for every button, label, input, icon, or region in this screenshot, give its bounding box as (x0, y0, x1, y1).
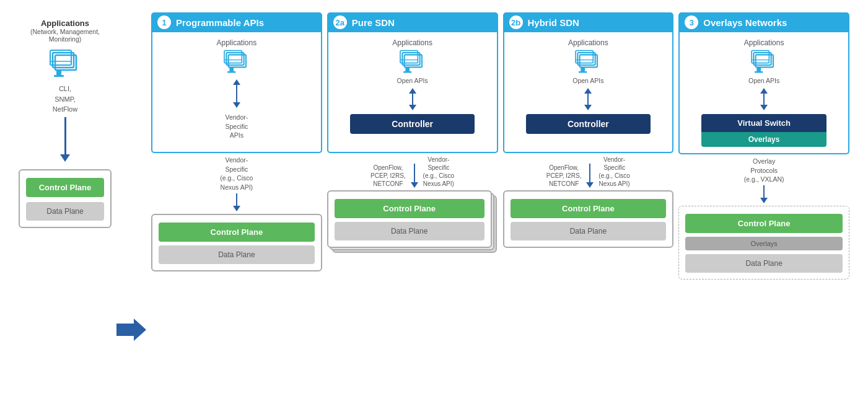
original-bottom-box: Control Plane Data Plane (19, 169, 112, 228)
col2a-data-plane: Data Plane (335, 222, 484, 240)
col-hybrid-sdn: 2b Hybrid SDN Applications Open APIs (503, 12, 674, 372)
col2b-app-icon (572, 50, 603, 74)
orig-control-plane: Control Plane (26, 178, 104, 197)
col2a-bottom-stacked: Control Plane Data Plane (327, 190, 492, 248)
col1-between-label: Vendor-Specific(e.g., CiscoNexus API) (220, 156, 253, 192)
col2b-top-section: Applications Open APIs Controller (503, 32, 674, 153)
col3-bottom-section: Control Plane Overlays Data Plane (678, 206, 849, 280)
col3-connector: OverlayProtocols(e.g., VXLAN) (678, 154, 849, 206)
cli-label: CLI,SNMP,NetFlow (53, 84, 77, 115)
col3-arrow (760, 88, 768, 110)
col3-header: 3 Overlays Networks (678, 12, 849, 32)
col2a-title: Pure SDN (352, 17, 395, 28)
col3-top-section: Applications Open APIs Virtua (678, 32, 849, 154)
col2a-open-apis-label: Open APIs (397, 77, 428, 84)
col2b-title: Hybrid SDN (528, 17, 579, 28)
col2b-open-apis-label: Open APIs (572, 77, 603, 84)
svg-rect-29 (756, 67, 761, 71)
original-column: Applications (Network, Management, Monit… (19, 12, 112, 372)
app-icon (46, 49, 84, 79)
svg-rect-4 (56, 70, 61, 75)
col2a-arrow (409, 88, 416, 110)
col1-data-plane: Data Plane (159, 245, 315, 264)
col2a-between-label-left: OpenFlow,PCEP, I2RS,NETCONF (370, 164, 406, 188)
col3-between-label: OverlayProtocols(e.g., VXLAN) (744, 157, 784, 184)
col2b-controller: Controller (526, 114, 651, 134)
col1-bottom-section: Control Plane Data Plane (151, 214, 322, 271)
col3-apps-label: Applications (744, 38, 784, 47)
col-overlays: 3 Overlays Networks Applications Open AP… (678, 12, 849, 372)
virtual-switch-container: Virtual Switch Overlays (701, 114, 826, 147)
col2a-bottom-front: Control Plane Data Plane (327, 190, 492, 248)
col2b-between-label-left: OpenFlow,PCEP, I2RS,NETCONF (546, 164, 582, 188)
big-right-arrow (116, 319, 146, 372)
col2b-data-plane: Data Plane (511, 222, 667, 240)
col2b-apps-label: Applications (568, 38, 608, 47)
svg-rect-5 (54, 75, 64, 77)
col3-open-apis-label: Open APIs (748, 77, 779, 84)
svg-rect-18 (403, 71, 411, 73)
col2a-controller: Controller (350, 114, 475, 134)
main-container: Applications (Network, Management, Monit… (0, 0, 868, 401)
col1-app-icon (221, 50, 252, 74)
col2b-between-label-right: Vendor-Specific(e.g., CiscoNexus API) (598, 156, 630, 188)
col3-number: 3 (685, 15, 698, 29)
col2a-number: 2a (333, 15, 347, 29)
col2a-apps-label: Applications (392, 38, 432, 47)
col1-number: 1 (157, 15, 171, 29)
svg-rect-12 (227, 71, 235, 73)
col-pure-sdn: 2a Pure SDN Applications Open APIs (327, 12, 498, 372)
col2b-arrow (584, 88, 592, 110)
svg-rect-23 (581, 67, 585, 71)
col3-app-icon (748, 50, 779, 74)
svg-rect-30 (755, 71, 763, 73)
apps-sublabel: (Network, Management, Monitoring) (19, 28, 112, 43)
col1-title: Programmable APIs (176, 17, 264, 28)
col2a-header: 2a Pure SDN (327, 12, 498, 32)
virtual-switch-label: Virtual Switch (701, 114, 826, 132)
col1-top-section: Applications Vendor-SpecificAPIs (151, 32, 322, 153)
col3-overlays-data: Overlays (685, 237, 843, 250)
col2a-control-plane: Control Plane (335, 199, 484, 218)
col2b-bottom-section: Control Plane Data Plane (503, 190, 674, 248)
svg-marker-6 (116, 319, 146, 341)
apps-label: Applications (41, 19, 89, 28)
col3-data-plane: Data Plane (685, 254, 843, 273)
svg-rect-24 (579, 71, 587, 73)
col1-api-label: Vendor-SpecificAPIs (225, 113, 248, 140)
col2b-header: 2b Hybrid SDN (503, 12, 674, 32)
svg-rect-11 (229, 67, 234, 71)
svg-rect-17 (405, 67, 410, 71)
col2b-number: 2b (509, 15, 523, 29)
col1-connector: Vendor-Specific(e.g., CiscoNexus API) (151, 153, 322, 214)
overlays-label: Overlays (701, 132, 826, 147)
col2a-between-label-right: Vendor-Specific(e.g., CiscoNexus API) (423, 156, 455, 188)
col1-arrow (233, 79, 240, 108)
col2a-app-icon (397, 50, 428, 74)
orig-data-plane: Data Plane (26, 202, 104, 221)
diagram-wrapper: Applications (Network, Management, Monit… (19, 12, 849, 372)
col2a-connector: OpenFlow,PCEP, I2RS,NETCONF Vendor-Speci… (327, 153, 498, 190)
col1-control-plane: Control Plane (159, 223, 315, 242)
col1-header: 1 Programmable APIs (151, 12, 322, 32)
col2a-top-section: Applications Open APIs Controller (327, 32, 498, 153)
col-programmable-apis: 1 Programmable APIs Applications (151, 12, 322, 372)
col1-apps-label: Applications (217, 38, 257, 47)
col3-title: Overlays Networks (703, 17, 787, 28)
col2b-control-plane: Control Plane (511, 199, 667, 218)
col3-control-plane: Control Plane (685, 214, 843, 233)
col2b-connector: OpenFlow,PCEP, I2RS,NETCONF Vendor-Speci… (503, 153, 674, 190)
